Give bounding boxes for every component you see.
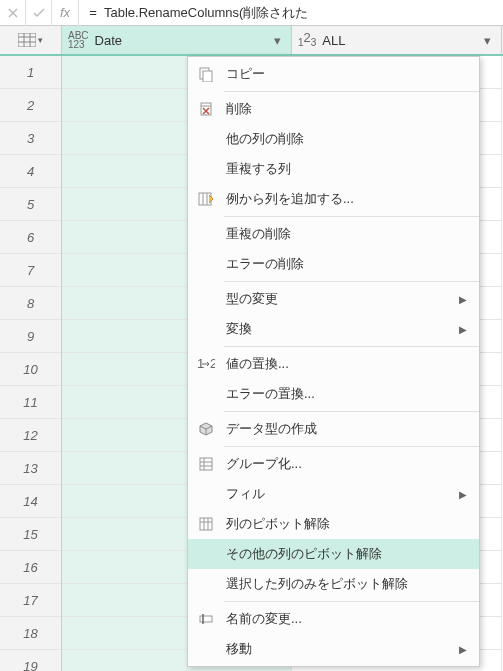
submenu-arrow-icon: ▶ <box>459 644 471 655</box>
menu-item-label: 値の置換... <box>224 355 471 373</box>
select-all-corner[interactable]: ▾ <box>0 26 62 54</box>
formula-cancel-button[interactable] <box>0 0 26 26</box>
menu-item-label: 削除 <box>224 100 471 118</box>
filter-dropdown-icon[interactable]: ▾ <box>479 32 495 48</box>
menu-item-label: 列のピボット解除 <box>224 515 471 533</box>
menu-item-label: 例から列を追加する... <box>224 190 471 208</box>
row-header[interactable]: 4 <box>0 155 61 188</box>
row-header[interactable]: 2 <box>0 89 61 122</box>
row-header[interactable]: 8 <box>0 287 61 320</box>
row-header[interactable]: 17 <box>0 584 61 617</box>
menu-separator <box>224 411 479 412</box>
column-header-all[interactable]: 123ALL▾ <box>292 26 502 54</box>
unpivot-icon <box>188 509 224 539</box>
blank-icon <box>188 154 224 184</box>
row-header[interactable]: 15 <box>0 518 61 551</box>
svg-rect-18 <box>200 518 212 530</box>
formula-bar: fx = Table.RenameColumns(削除された <box>0 0 503 26</box>
menu-item[interactable]: その他の列のピボット解除 <box>188 539 479 569</box>
menu-item-label: 変換 <box>224 320 459 338</box>
row-header[interactable]: 5 <box>0 188 61 221</box>
row-header[interactable]: 11 <box>0 386 61 419</box>
menu-item[interactable]: 12値の置換... <box>188 349 479 379</box>
blank-icon <box>188 249 224 279</box>
svg-rect-14 <box>200 458 212 470</box>
menu-item[interactable]: 変換▶ <box>188 314 479 344</box>
blank-icon <box>188 379 224 409</box>
menu-item-label: その他の列のピボット解除 <box>224 545 471 563</box>
submenu-arrow-icon: ▶ <box>459 489 471 500</box>
type-any-icon: ABC123 <box>68 31 89 49</box>
row-header[interactable]: 7 <box>0 254 61 287</box>
menu-item[interactable]: 重複する列 <box>188 154 479 184</box>
blank-icon <box>188 479 224 509</box>
formula-confirm-button[interactable] <box>26 0 52 26</box>
menu-item-label: グループ化... <box>224 455 471 473</box>
menu-item[interactable]: 他の列の削除 <box>188 124 479 154</box>
menu-separator <box>224 281 479 282</box>
menu-item[interactable]: 例から列を追加する... <box>188 184 479 214</box>
menu-item-label: コピー <box>224 65 471 83</box>
dropdown-icon: ▾ <box>38 35 43 45</box>
menu-separator <box>224 346 479 347</box>
menu-item[interactable]: 移動▶ <box>188 634 479 664</box>
row-header[interactable]: 13 <box>0 452 61 485</box>
column-header-date[interactable]: ABC123Date▾ <box>62 26 292 54</box>
menu-item-label: 他の列の削除 <box>224 130 471 148</box>
column-name-label: Date <box>95 33 269 48</box>
column-name-label: ALL <box>322 33 479 48</box>
menu-item[interactable]: 型の変更▶ <box>188 284 479 314</box>
row-header[interactable]: 1 <box>0 56 61 89</box>
submenu-arrow-icon: ▶ <box>459 324 471 335</box>
blank-icon <box>188 284 224 314</box>
formula-text[interactable]: = Table.RenameColumns(削除された <box>79 4 308 22</box>
delete-icon <box>188 94 224 124</box>
menu-item-label: エラーの削除 <box>224 255 471 273</box>
menu-item[interactable]: フィル▶ <box>188 479 479 509</box>
copy-icon <box>188 59 224 89</box>
row-header[interactable]: 18 <box>0 617 61 650</box>
row-header[interactable]: 9 <box>0 320 61 353</box>
row-header[interactable]: 3 <box>0 122 61 155</box>
filter-dropdown-icon[interactable]: ▾ <box>269 32 285 48</box>
menu-item[interactable]: データ型の作成 <box>188 414 479 444</box>
menu-item-label: 名前の変更... <box>224 610 471 628</box>
menu-item[interactable]: 選択した列のみをピボット解除 <box>188 569 479 599</box>
svg-rect-0 <box>18 33 36 47</box>
blank-icon <box>188 219 224 249</box>
fx-label: fx <box>52 0 79 26</box>
menu-item[interactable]: 重複の削除 <box>188 219 479 249</box>
row-header[interactable]: 12 <box>0 419 61 452</box>
menu-separator <box>224 601 479 602</box>
svg-rect-22 <box>200 616 212 622</box>
menu-item[interactable]: 列のピボット解除 <box>188 509 479 539</box>
submenu-arrow-icon: ▶ <box>459 294 471 305</box>
menu-item-label: データ型の作成 <box>224 420 471 438</box>
menu-separator <box>224 216 479 217</box>
menu-item[interactable]: エラーの置換... <box>188 379 479 409</box>
blank-icon <box>188 124 224 154</box>
svg-text:2: 2 <box>210 357 215 371</box>
menu-item-label: 重複する列 <box>224 160 471 178</box>
row-header[interactable]: 19 <box>0 650 61 671</box>
menu-item-label: フィル <box>224 485 459 503</box>
blank-icon <box>188 634 224 664</box>
row-header[interactable]: 14 <box>0 485 61 518</box>
group-icon <box>188 449 224 479</box>
menu-item[interactable]: 名前の変更... <box>188 604 479 634</box>
menu-item-label: 重複の削除 <box>224 225 471 243</box>
menu-item-label: 移動 <box>224 640 459 658</box>
blank-icon <box>188 569 224 599</box>
row-header[interactable]: 6 <box>0 221 61 254</box>
row-header[interactable]: 10 <box>0 353 61 386</box>
menu-item[interactable]: グループ化... <box>188 449 479 479</box>
row-header[interactable]: 16 <box>0 551 61 584</box>
menu-item[interactable]: エラーの削除 <box>188 249 479 279</box>
menu-item[interactable]: 削除 <box>188 94 479 124</box>
svg-rect-6 <box>203 71 212 82</box>
row-headers: 12345678910111213141516171819 <box>0 56 62 671</box>
menu-separator <box>224 91 479 92</box>
menu-item[interactable]: コピー <box>188 59 479 89</box>
blank-icon <box>188 539 224 569</box>
column-context-menu: コピー削除他の列の削除重複する列例から列を追加する...重複の削除エラーの削除型… <box>187 56 480 667</box>
